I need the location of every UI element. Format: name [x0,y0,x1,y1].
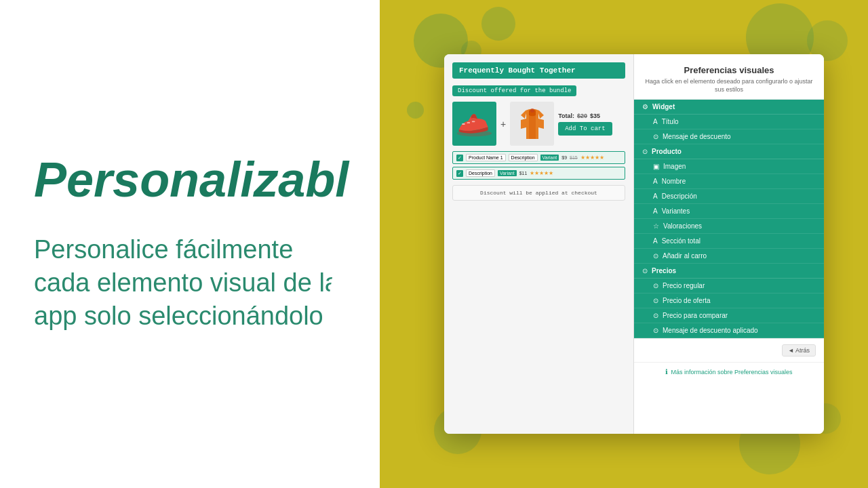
precio-regular-label: Precio regular [663,282,705,289]
mensaje-descuento-icon: ⊙ [653,133,658,140]
precios-section-header: ⊙ Precios [634,264,824,279]
imagen-icon: ▣ [653,163,659,170]
product-desc-2: Description [466,169,495,177]
widget-section-header: ⚙ Widget [634,100,824,115]
añadir-carro-item[interactable]: ⊙ Añadir al carro [634,249,824,264]
titulo-label: Título [662,118,679,125]
checkbox-1[interactable]: ✓ [456,155,463,161]
precio-comparar-icon: ⊙ [653,312,658,319]
mensaje-descuento-label: Mensaje de descuento [663,133,731,140]
variantes-item[interactable]: A Variantes [634,204,824,219]
precio-comparar-label: Precio para comparar [663,312,728,319]
product-name-1: Product Name 1 [466,154,506,161]
plus-icon: + [500,119,506,129]
product-total: Total: $20 $35 Add To cart [558,113,612,136]
variantes-label: Variantes [662,207,690,215]
preferences-title: Preferencias visuales [644,65,814,75]
descripcion-icon: A [653,192,658,200]
precio-oferta-label: Precio de oferta [663,297,711,304]
producto-icon: ⊙ [642,148,648,155]
nombre-item[interactable]: A Nombre [634,174,824,189]
variant-select-2[interactable]: Variant [498,170,517,176]
back-button[interactable]: ◄ Atrás [782,344,816,357]
titulo-item[interactable]: A Título [634,115,824,129]
product-compare-1: $15 [570,155,578,160]
preferences-subtitle: Haga click en el elemento deseado para c… [644,78,814,94]
product-row-2: ✓ Description Variant $11 ★★★★★ [452,167,625,180]
precio-regular-item[interactable]: ⊙ Precio regular [634,279,824,293]
seccion-total-item[interactable]: A Sección total [634,234,824,249]
product-price-2: $11 [519,171,528,176]
seccion-total-label: Sección total [662,237,701,245]
back-footer: ◄ Atrás [634,338,824,362]
precio-comparar-item[interactable]: ⊙ Precio para comparar [634,308,824,323]
widget-products: + Total: $20 $3 [452,102,625,146]
svg-rect-1 [462,123,465,125]
preferences-panel: Preferencias visuales Haga click en el e… [634,54,824,434]
product-image-shoe [452,102,496,146]
precio-oferta-icon: ⊙ [653,297,658,304]
discount-badge: Discount offered for the bundle [452,85,576,96]
mensaje-descuento-aplicado-label: Mensaje de descuento aplicado [663,327,758,334]
descripcion-item[interactable]: A Descripción [634,189,824,204]
precios-icon: ⊙ [642,267,648,274]
precios-label: Precios [652,267,676,274]
right-panel: Frequently Bought Together Discount offe… [380,0,868,488]
price-new: $35 [590,113,600,119]
svg-rect-3 [472,121,475,122]
product-row-1: ✓ Product Name 1 Description Variant $9 … [452,151,625,164]
producto-section-header: ⊙ Producto [634,144,824,159]
mensaje-descuento-aplicado-icon: ⊙ [653,327,658,334]
svg-point-4 [530,108,534,113]
descripcion-label: Descripción [662,192,697,200]
product-image-hoodie [510,102,554,146]
svg-rect-2 [467,122,471,123]
widget-preview: Frequently Bought Together Discount offe… [444,54,634,434]
info-link[interactable]: Más información sobre Preferencias visua… [671,369,792,375]
mensaje-descuento-aplicado-item[interactable]: ⊙ Mensaje de descuento aplicado [634,323,824,338]
widget-gear-icon: ⚙ [642,103,648,110]
app-window: Frequently Bought Together Discount offe… [444,54,824,434]
valoraciones-item[interactable]: ☆ Valoraciones [634,219,824,234]
producto-label: Producto [652,148,682,155]
discount-footer: Discount will be applied at checkout [452,185,625,201]
total-label: Total: [558,113,574,119]
info-footer: ℹ Más información sobre Preferencias vis… [634,362,824,381]
nombre-icon: A [653,178,658,185]
variantes-icon: A [653,207,658,215]
left-panel: Personalizable Personalice fácilmente ca… [0,0,380,488]
precio-regular-icon: ⊙ [653,282,658,289]
widget-label: Widget [652,103,675,110]
product-price-1: $9 [561,155,567,160]
main-title: Personalizable [34,155,346,206]
precio-oferta-item[interactable]: ⊙ Precio de oferta [634,293,824,308]
seccion-total-icon: A [653,237,658,245]
titulo-icon: A [653,118,658,125]
star-rating-2: ★★★★★ [530,170,553,176]
widget-header: Frequently Bought Together [452,62,625,79]
add-to-cart-button[interactable]: Add To cart [558,122,612,136]
nombre-label: Nombre [662,178,686,185]
subtitle: Personalice fácilmente cada elemento vis… [34,233,346,333]
preferences-header: Preferencias visuales Haga click en el e… [634,54,824,100]
price-strike: $20 [577,113,587,119]
valoraciones-label: Valoraciones [663,222,702,230]
añadir-carro-label: Añadir al carro [663,252,707,260]
mensaje-descuento-item[interactable]: ⊙ Mensaje de descuento [634,129,824,144]
star-rating-1: ★★★★★ [580,155,604,161]
añadir-carro-icon: ⊙ [653,252,658,260]
variant-select-1[interactable]: Variant [540,155,559,161]
product-desc-1: Description [509,154,538,161]
checkbox-2[interactable]: ✓ [456,170,463,177]
info-icon: ℹ [665,368,668,375]
imagen-label: Imagen [663,163,686,170]
imagen-item[interactable]: ▣ Imagen [634,159,824,174]
valoraciones-icon: ☆ [653,222,659,230]
